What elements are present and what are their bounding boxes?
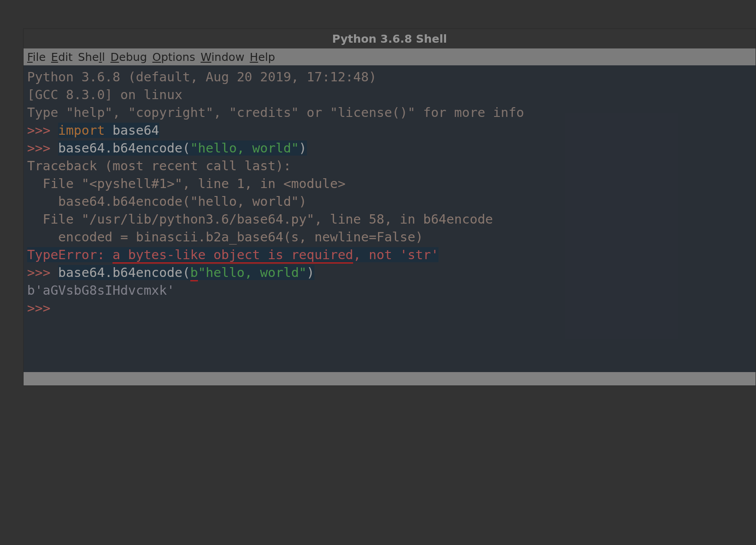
menu-debug[interactable]: Debug <box>110 51 147 64</box>
traceback-line: File "/usr/lib/python3.6/base64.py", lin… <box>27 212 493 227</box>
bytes-prefix: b <box>190 265 198 281</box>
error-message-underlined: a bytes-like object is required <box>113 247 353 264</box>
menu-window[interactable]: Window <box>201 51 245 64</box>
prompt: >>> <box>27 265 58 280</box>
traceback-line: Traceback (most recent call last): <box>27 158 291 173</box>
string-literal: "hello, world" <box>198 265 306 280</box>
error-type: TypeError: <box>27 247 113 262</box>
banner-line: Python 3.6.8 (default, Aug 20 2019, 17:1… <box>27 69 384 84</box>
banner-line: [GCC 8.3.0] on linux <box>27 87 182 102</box>
error-tail: , not 'str' <box>353 247 438 262</box>
menu-options[interactable]: Options <box>153 51 195 64</box>
module-name: base64 <box>105 123 159 138</box>
prompt: >>> <box>27 140 58 156</box>
statusbar <box>24 372 756 385</box>
string-literal: "hello, world" <box>190 140 299 156</box>
call-text: base64.b64encode( <box>58 140 190 156</box>
prompt: >>> <box>27 301 58 316</box>
shell-output[interactable]: Python 3.6.8 (default, Aug 20 2019, 17:1… <box>24 65 756 372</box>
titlebar[interactable]: Python 3.6.8 Shell <box>24 29 756 48</box>
menubar: File Edit Shell Debug Options Window Hel… <box>24 48 756 65</box>
window-title: Python 3.6.8 Shell <box>332 32 447 45</box>
menu-edit[interactable]: Edit <box>51 51 72 64</box>
call-text: base64.b64encode( <box>58 265 190 280</box>
traceback-line: base64.b64encode("hello, world") <box>27 194 307 209</box>
close-paren: ) <box>307 265 314 280</box>
menu-shell[interactable]: Shell <box>78 51 105 64</box>
idle-window: Python 3.6.8 Shell File Edit Shell Debug… <box>23 28 756 386</box>
traceback-line: File "<pyshell#1>", line 1, in <module> <box>27 176 346 191</box>
menu-help[interactable]: Help <box>250 51 275 64</box>
menu-file[interactable]: File <box>27 51 46 64</box>
result-output: b'aGVsbG8sIHdvcmxk' <box>27 283 175 298</box>
banner-line: Type "help", "copyright", "credits" or "… <box>27 105 524 120</box>
keyword-import: import <box>58 123 105 138</box>
close-paren: ) <box>299 140 306 156</box>
traceback-line: encoded = binascii.b2a_base64(s, newline… <box>27 229 423 244</box>
prompt: >>> <box>27 123 58 138</box>
